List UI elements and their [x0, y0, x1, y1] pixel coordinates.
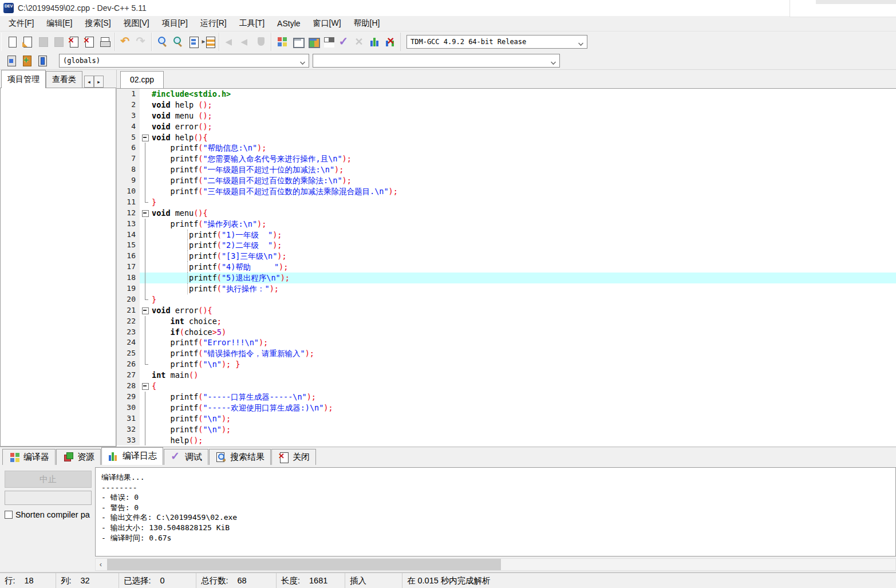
- code-line[interactable]: 2void help ();: [117, 100, 896, 111]
- code-line[interactable]: 20}: [117, 294, 896, 305]
- code-editor[interactable]: 1#include<stdio.h>2void help ();3void me…: [117, 88, 896, 447]
- scroll-left-icon[interactable]: ‹: [96, 558, 106, 571]
- code-line[interactable]: 6 printf("帮助信息:\n");: [117, 143, 896, 153]
- code-line[interactable]: 12void menu(){: [117, 208, 896, 219]
- abort-button[interactable]: 中止: [5, 471, 92, 488]
- fold-margin: [140, 435, 152, 446]
- code-line[interactable]: 28{: [117, 381, 896, 392]
- code-line[interactable]: 32 printf("\n");: [117, 424, 896, 435]
- tab-scroll-right-icon[interactable]: ▸: [94, 76, 104, 88]
- bottom-tab-搜索结果[interactable]: 搜索结果: [209, 449, 271, 465]
- find-in-files-icon[interactable]: [170, 34, 185, 50]
- code-line[interactable]: 13 printf("操作列表:\n");: [117, 219, 896, 230]
- bottom-tab-调试[interactable]: 调试: [164, 449, 208, 465]
- class-browser-scope-select[interactable]: (globals): [59, 54, 309, 68]
- fold-margin: [140, 153, 152, 164]
- open-file-icon[interactable]: [19, 34, 35, 50]
- close-file-icon[interactable]: [66, 34, 81, 50]
- menu-搜索[interactable]: 搜索[S]: [78, 17, 117, 30]
- find-icon[interactable]: [155, 34, 170, 50]
- add-to-project-icon[interactable]: [19, 53, 34, 69]
- menu-视图[interactable]: 视图[V]: [117, 17, 156, 30]
- code-line[interactable]: 16 printf("[3]三年级\n");: [117, 251, 896, 262]
- tab-class-browser[interactable]: 查看类: [46, 71, 82, 88]
- code-line[interactable]: 21void error(){: [117, 305, 896, 316]
- devcpp-window: C:\20199459\02.cpp - Dev-C++ 5.11 文件[F]编…: [0, 0, 896, 588]
- code-line[interactable]: 31 printf("\n");: [117, 413, 896, 424]
- code-line[interactable]: 22 int choice;: [117, 316, 896, 327]
- fold-toggle-icon[interactable]: [140, 381, 152, 392]
- new-unit-icon[interactable]: [3, 53, 19, 69]
- scrollbar-thumb[interactable]: [107, 559, 501, 570]
- print-icon[interactable]: [97, 34, 112, 50]
- compile-run-icon[interactable]: [305, 34, 321, 50]
- code-line[interactable]: 18 printf("5)退出程序\n");: [117, 273, 896, 283]
- swap-header-source-icon[interactable]: [201, 34, 216, 50]
- menu-文件[interactable]: 文件[F]: [2, 17, 40, 30]
- code-line[interactable]: 23 if(choice>5): [117, 327, 896, 338]
- code-line[interactable]: 9 printf("二年级题目不超过百位数的乘除法:\n");: [117, 175, 896, 186]
- delete-profile-icon[interactable]: [382, 34, 398, 50]
- fold-margin: [140, 402, 152, 413]
- menu-工具[interactable]: 工具[T]: [233, 17, 271, 30]
- run-icon[interactable]: [290, 34, 305, 50]
- shorten-paths-checkbox[interactable]: [5, 511, 13, 519]
- menu-帮助[interactable]: 帮助[H]: [348, 17, 386, 30]
- new-file-icon[interactable]: [4, 34, 19, 50]
- replace-icon[interactable]: [185, 34, 201, 50]
- code-line[interactable]: 1#include<stdio.h>: [117, 89, 896, 100]
- bottom-tab-编译器[interactable]: 编译器: [2, 449, 56, 465]
- tab-project-manager[interactable]: 项目管理: [1, 70, 46, 88]
- code-line[interactable]: 29 printf("-----口算生成器-----\n");: [117, 392, 896, 402]
- code-line[interactable]: 24 printf("Error!!!\n");: [117, 337, 896, 348]
- compile-icon[interactable]: [274, 34, 290, 50]
- fold-toggle-icon[interactable]: [140, 132, 152, 143]
- fold-toggle-icon[interactable]: [140, 208, 152, 219]
- remove-from-project-icon[interactable]: [34, 53, 50, 69]
- code-line[interactable]: 7 printf("您需要输入命名代号来进行操作,且\n");: [117, 153, 896, 164]
- code-line[interactable]: 8 printf("一年级题目不超过十位的加减法:\n");: [117, 164, 896, 175]
- compiler-select[interactable]: TDM-GCC 4.9.2 64-bit Release: [406, 35, 587, 49]
- syntax-check-icon[interactable]: [336, 34, 352, 50]
- menu-AStyle[interactable]: AStyle: [271, 17, 306, 30]
- code-line[interactable]: 27int main(): [117, 370, 896, 381]
- class-browser-member-select[interactable]: [313, 54, 560, 68]
- menu-运行[interactable]: 运行[R]: [194, 17, 233, 30]
- code-line[interactable]: 10 printf("三年级题目不超过百位数的加减法乘除混合题目.\n");: [117, 186, 896, 197]
- status-value: 0: [160, 576, 165, 585]
- scrollbar-track[interactable]: ‹: [95, 558, 896, 571]
- fold-toggle-icon[interactable]: [140, 305, 152, 316]
- project-tree-panel[interactable]: [0, 88, 116, 447]
- menu-窗口[interactable]: 窗口[W]: [307, 17, 348, 30]
- code-line[interactable]: 17 printf("4)帮助 ");: [117, 262, 896, 273]
- line-number: 20: [117, 294, 140, 305]
- code-line[interactable]: 26 printf("\n"); }: [117, 359, 896, 370]
- code-line[interactable]: 4void error();: [117, 121, 896, 132]
- bottom-tab-资源[interactable]: 资源: [56, 449, 101, 465]
- code-line[interactable]: 25 printf("错误操作指令，请重新输入");: [117, 348, 896, 359]
- code-line[interactable]: 11}: [117, 197, 896, 208]
- code-line[interactable]: 33 help();: [117, 435, 896, 446]
- undo-icon[interactable]: [118, 34, 133, 50]
- compile-log-output[interactable]: 编译结果...--------- 错误: 0- 警告: 0- 输出文件名: C:…: [95, 467, 896, 557]
- close-all-icon[interactable]: [81, 34, 97, 50]
- bottom-tab-关闭[interactable]: 关闭: [271, 449, 316, 465]
- menu-编辑[interactable]: 编辑[E]: [40, 17, 78, 30]
- profile-icon[interactable]: [367, 34, 382, 50]
- code-line[interactable]: 15 printf("2)二年级 ");: [117, 240, 896, 251]
- code-line[interactable]: 5void help(){: [117, 132, 896, 143]
- bottom-tab-编译日志[interactable]: 编译日志: [101, 447, 163, 465]
- menu-项目[interactable]: 项目[P]: [156, 17, 194, 30]
- code-line[interactable]: 14 printf("1)一年级 ");: [117, 230, 896, 240]
- code-line[interactable]: 30 printf("-----欢迎使用口算生成器:)\n");: [117, 402, 896, 413]
- add-to-project-icon: [21, 54, 33, 67]
- rebuild-icon[interactable]: [321, 34, 336, 50]
- line-number: 13: [117, 219, 140, 230]
- editor-tab-02cpp[interactable]: 02.cpp: [120, 71, 164, 88]
- fold-margin: [140, 111, 152, 121]
- code-line[interactable]: 19 printf("执行操作：");: [117, 283, 896, 294]
- line-number: 11: [117, 197, 140, 208]
- tab-scroll-left-icon[interactable]: ◂: [84, 76, 94, 88]
- menu-bar: 文件[F]编辑[E]搜索[S]视图[V]项目[P]运行[R]工具[T]AStyl…: [0, 16, 896, 31]
- code-line[interactable]: 3void menu ();: [117, 111, 896, 121]
